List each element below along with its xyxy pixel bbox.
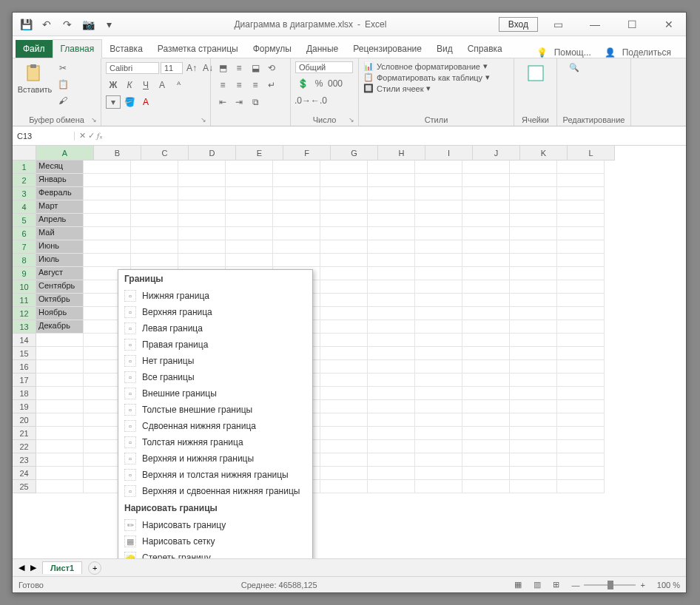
row-header[interactable]: 13 bbox=[13, 320, 36, 334]
col-header[interactable]: D bbox=[189, 146, 236, 160]
font-size-select[interactable]: 11 bbox=[161, 62, 183, 74]
tab-review[interactable]: Рецензирование bbox=[346, 40, 429, 58]
align-left-icon[interactable]: ≡ bbox=[215, 78, 230, 92]
cell[interactable] bbox=[131, 254, 178, 267]
cell[interactable] bbox=[557, 400, 605, 413]
add-sheet-button[interactable]: + bbox=[88, 561, 101, 575]
formula-bar[interactable]: ✕ ✓ 𝑓ₓ bbox=[75, 131, 686, 141]
share-button[interactable]: 👤 Поделиться bbox=[600, 47, 680, 58]
cell[interactable] bbox=[84, 227, 131, 240]
cell[interactable] bbox=[462, 413, 510, 427]
cell[interactable] bbox=[415, 374, 462, 387]
cell[interactable] bbox=[557, 334, 605, 347]
cell[interactable] bbox=[320, 467, 368, 480]
cell[interactable] bbox=[226, 200, 273, 214]
cell[interactable] bbox=[320, 400, 368, 413]
cell[interactable]: Август bbox=[36, 267, 84, 280]
tab-data[interactable]: Данные bbox=[299, 40, 346, 58]
cell[interactable] bbox=[462, 294, 510, 307]
cell[interactable] bbox=[320, 427, 368, 440]
cell[interactable] bbox=[415, 267, 462, 280]
cell[interactable] bbox=[462, 387, 510, 400]
tab-insert[interactable]: Вставка bbox=[102, 40, 150, 58]
row-header[interactable]: 22 bbox=[13, 440, 36, 453]
indent-dec-icon[interactable]: ⇤ bbox=[215, 95, 230, 109]
row-header[interactable]: 2 bbox=[13, 174, 36, 187]
cell[interactable] bbox=[36, 467, 84, 480]
cell[interactable] bbox=[273, 200, 320, 214]
cut-icon[interactable]: ✂ bbox=[55, 61, 70, 75]
cell[interactable] bbox=[320, 227, 368, 240]
cell[interactable] bbox=[557, 227, 605, 240]
cell[interactable] bbox=[320, 160, 368, 174]
cell[interactable] bbox=[368, 160, 415, 174]
cell[interactable] bbox=[320, 267, 368, 280]
cell[interactable] bbox=[320, 480, 368, 493]
border-item[interactable]: ▫Верхняя и нижняя границы bbox=[118, 450, 312, 467]
cell[interactable] bbox=[557, 240, 605, 254]
cell[interactable] bbox=[557, 374, 605, 387]
cell[interactable] bbox=[320, 374, 368, 387]
cell[interactable] bbox=[36, 453, 84, 467]
cell[interactable] bbox=[510, 347, 557, 360]
cell[interactable] bbox=[510, 334, 557, 347]
camera-icon[interactable]: 📷 bbox=[81, 17, 95, 32]
login-button[interactable]: Вход bbox=[499, 17, 538, 32]
border-item[interactable]: ▫Внешние границы bbox=[118, 385, 312, 402]
view-break-icon[interactable]: ⊞ bbox=[553, 580, 559, 589]
font-color-icon[interactable]: A bbox=[138, 95, 153, 109]
cell[interactable] bbox=[368, 214, 415, 227]
cell[interactable] bbox=[368, 387, 415, 400]
cell[interactable] bbox=[462, 347, 510, 360]
cell[interactable] bbox=[415, 280, 462, 294]
cell[interactable] bbox=[510, 174, 557, 187]
cell[interactable] bbox=[36, 427, 84, 440]
cell[interactable] bbox=[131, 227, 178, 240]
cell[interactable] bbox=[368, 174, 415, 187]
cell[interactable]: Апрель bbox=[36, 214, 84, 227]
cell[interactable]: Май bbox=[36, 227, 84, 240]
cell[interactable] bbox=[510, 440, 557, 453]
cell[interactable]: Декабрь bbox=[36, 320, 84, 334]
cell[interactable] bbox=[415, 427, 462, 440]
cell[interactable] bbox=[462, 360, 510, 374]
cell[interactable] bbox=[415, 360, 462, 374]
tell-me[interactable]: 💡 Помощ... bbox=[532, 47, 600, 58]
cell[interactable]: Ноябрь bbox=[36, 307, 84, 320]
col-header[interactable]: F bbox=[283, 146, 331, 160]
cell[interactable]: Март bbox=[36, 200, 84, 214]
cell[interactable]: Месяц bbox=[36, 160, 84, 174]
row-header[interactable]: 3 bbox=[13, 187, 36, 200]
cell[interactable] bbox=[510, 467, 557, 480]
row-header[interactable]: 20 bbox=[13, 413, 36, 427]
cell[interactable] bbox=[368, 280, 415, 294]
border-draw-item[interactable]: ✏Нарисовать границу bbox=[118, 517, 312, 533]
font-sub-icon[interactable]: ᴬ bbox=[171, 78, 186, 92]
cell[interactable] bbox=[557, 280, 605, 294]
cell[interactable] bbox=[557, 480, 605, 493]
view-normal-icon[interactable]: ▦ bbox=[514, 580, 522, 589]
sheet-tab[interactable]: Лист1 bbox=[42, 561, 82, 574]
close-icon[interactable]: ✕ bbox=[652, 13, 686, 36]
cell[interactable] bbox=[320, 174, 368, 187]
cell[interactable] bbox=[557, 267, 605, 280]
align-center-icon[interactable]: ≡ bbox=[232, 78, 246, 92]
cell[interactable] bbox=[510, 280, 557, 294]
cell[interactable] bbox=[462, 254, 510, 267]
cell[interactable] bbox=[415, 214, 462, 227]
cell[interactable] bbox=[273, 240, 320, 254]
fill-color-icon[interactable]: 🪣 bbox=[122, 95, 137, 109]
editing-button[interactable]: 🔍 bbox=[562, 61, 597, 84]
cell[interactable] bbox=[462, 227, 510, 240]
format-painter-icon[interactable]: 🖌 bbox=[55, 94, 70, 107]
row-header[interactable]: 16 bbox=[13, 360, 36, 374]
paste-button[interactable]: Вставить bbox=[17, 61, 53, 94]
row-header[interactable]: 19 bbox=[13, 400, 36, 413]
cell[interactable] bbox=[36, 400, 84, 413]
row-header[interactable]: 12 bbox=[13, 307, 36, 320]
cell[interactable] bbox=[368, 347, 415, 360]
cell[interactable] bbox=[368, 440, 415, 453]
cell[interactable] bbox=[368, 200, 415, 214]
tab-home[interactable]: Главная bbox=[53, 39, 103, 58]
align-middle-icon[interactable]: ≡ bbox=[232, 61, 246, 75]
